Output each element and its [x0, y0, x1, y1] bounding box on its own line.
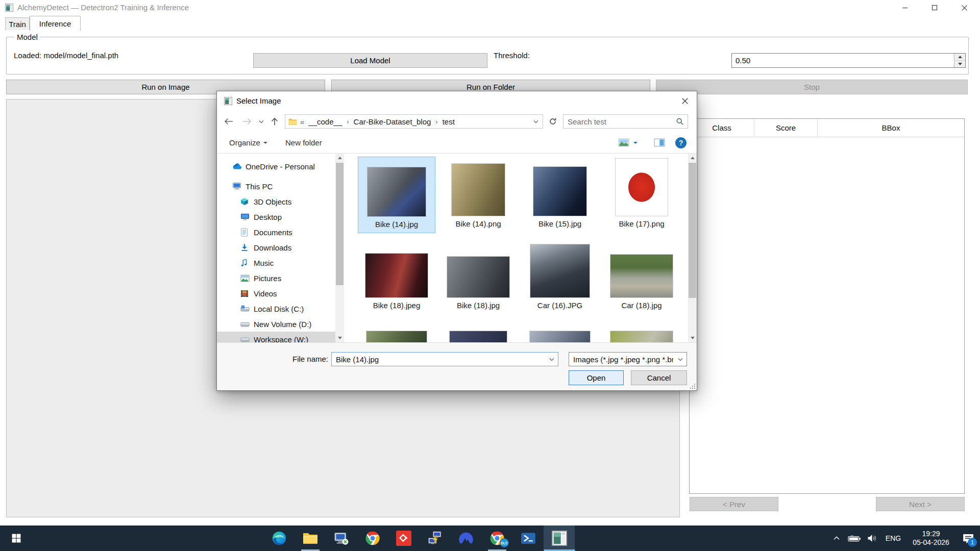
volume-icon[interactable] — [864, 525, 881, 551]
sidebar-item-downloads[interactable]: Downloads — [217, 240, 335, 255]
taskbar-red-app-icon[interactable] — [388, 525, 419, 551]
sidebar-item-onedrive-personal[interactable]: OneDrive - Personal — [217, 159, 335, 174]
up-arrow-icon[interactable] — [267, 111, 282, 132]
taskbar-remote-desktop-icon[interactable] — [326, 525, 357, 551]
column-header-score[interactable]: Score — [754, 119, 818, 137]
file-thumbnail-partial[interactable] — [366, 331, 427, 342]
file-item[interactable]: Bike (14).png — [439, 157, 517, 233]
help-icon[interactable]: ? — [675, 137, 687, 148]
taskbar-winscp-icon[interactable] — [419, 525, 450, 551]
close-button[interactable] — [949, 0, 979, 15]
sidebar-item-pictures[interactable]: Pictures — [217, 270, 335, 286]
scroll-up-icon[interactable] — [335, 154, 344, 162]
search-icon[interactable] — [676, 117, 684, 126]
forward-arrow-icon[interactable] — [239, 111, 255, 132]
cancel-button[interactable]: Cancel — [631, 370, 687, 385]
search-input[interactable]: Search test — [563, 114, 688, 129]
file-thumbnail[interactable] — [533, 167, 586, 216]
tray-chevron-up-icon[interactable] — [828, 525, 845, 551]
file-item[interactable]: Car (16).JPG — [521, 251, 599, 315]
taskbar-file-explorer-icon[interactable] — [295, 525, 326, 551]
file-thumbnail[interactable] — [368, 167, 426, 216]
file-thumbnail[interactable] — [447, 257, 509, 297]
taskbar-chrome-icon[interactable] — [357, 525, 388, 551]
file-item[interactable]: Bike (18).jpg — [439, 251, 517, 315]
file-item[interactable]: Car (18).jpg — [603, 251, 680, 315]
sidebar-item-desktop[interactable]: Desktop — [217, 209, 335, 224]
start-button[interactable] — [0, 525, 33, 551]
tab-train[interactable]: Train — [5, 17, 30, 30]
sidebar-item-new-volume-d[interactable]: New Volume (D:) — [217, 316, 335, 332]
next-button[interactable]: Next > — [876, 497, 965, 511]
breadcrumb-overflow[interactable]: « — [297, 117, 308, 126]
threshold-spinbox[interactable]: 0.50 — [731, 53, 966, 68]
sidebar-item-3d-objects[interactable]: 3D Objects — [217, 194, 335, 209]
resize-grip[interactable] — [690, 384, 695, 389]
scroll-up-icon[interactable] — [688, 154, 697, 162]
tab-inference[interactable]: Inference — [30, 16, 81, 31]
chevron-down-icon[interactable] — [549, 358, 554, 361]
new-folder-button[interactable]: New folder — [285, 132, 322, 153]
load-model-button[interactable]: Load Model — [253, 53, 487, 68]
breadcrumb-segment[interactable]: Car-Bike-Dataset_blog — [354, 117, 431, 126]
file-thumbnail[interactable] — [616, 159, 668, 216]
prev-button[interactable]: < Prev — [690, 497, 778, 511]
file-thumbnail[interactable] — [530, 244, 590, 297]
taskbar-nordvpn-icon[interactable] — [450, 525, 481, 551]
views-dropdown-icon[interactable] — [633, 142, 638, 144]
action-center-icon[interactable]: 1 — [957, 525, 980, 551]
scroll-down-icon[interactable] — [335, 334, 344, 342]
scroll-down-icon[interactable] — [688, 334, 697, 342]
spin-up-button[interactable] — [954, 54, 965, 61]
scrollbar-thumb[interactable] — [336, 163, 344, 285]
file-thumbnail-partial[interactable] — [530, 331, 590, 342]
language-indicator[interactable]: ENG — [881, 525, 905, 551]
sidebar-item-music[interactable]: Music — [217, 255, 335, 270]
file-name-input[interactable]: Bike (14).jpg — [331, 352, 558, 366]
sidebar-item-this-pc[interactable]: This PC — [217, 179, 335, 194]
sidebar-item-documents[interactable]: Documents — [217, 224, 335, 240]
file-item[interactable]: Bike (18).jpeg — [358, 251, 435, 315]
organize-menu[interactable]: Organize — [229, 132, 267, 153]
file-type-select[interactable]: Images (*.jpg *.jpeg *.png *.bmp — [569, 352, 687, 366]
maximize-button[interactable] — [920, 0, 949, 15]
column-header-class[interactable]: Class — [690, 119, 754, 137]
address-breadcrumb[interactable]: « __code__›Car-Bike-Dataset_blog›test — [285, 114, 543, 129]
chevron-down-icon[interactable] — [678, 358, 683, 361]
open-button[interactable]: Open — [569, 370, 624, 385]
taskbar-alchemydetect-icon[interactable] — [544, 525, 575, 551]
file-item[interactable]: Bike (14).jpg — [358, 157, 435, 233]
preview-pane-icon[interactable] — [654, 138, 665, 147]
dialog-close-button[interactable] — [673, 91, 697, 111]
file-thumbnail-partial[interactable] — [450, 331, 507, 342]
back-arrow-icon[interactable] — [221, 111, 236, 132]
minimize-button[interactable] — [890, 0, 920, 15]
taskbar-chrome-profile-icon[interactable]: DLC — [481, 525, 512, 551]
breadcrumb-segment[interactable]: __code__ — [308, 117, 342, 126]
taskbar-edge-icon[interactable] — [263, 525, 295, 551]
file-thumbnail[interactable] — [365, 254, 428, 297]
file-thumbnail[interactable] — [610, 255, 673, 297]
scrollbar-thumb[interactable] — [689, 163, 696, 298]
sidebar-item-workspace-w[interactable]: Workspace (W:) — [217, 332, 335, 342]
sidebar-item-local-disk-c[interactable]: Local Disk (C:) — [217, 301, 335, 316]
history-chevron-icon[interactable] — [257, 111, 266, 132]
stop-button[interactable]: Stop — [656, 80, 968, 94]
dialog-titlebar[interactable]: Select Image — [217, 91, 697, 111]
file-item[interactable]: Bike (17).png — [603, 157, 680, 233]
file-list-scrollbar[interactable] — [688, 154, 697, 342]
address-dropdown-icon[interactable] — [533, 120, 538, 123]
file-thumbnail[interactable] — [452, 164, 505, 216]
refresh-icon[interactable] — [546, 114, 560, 129]
spin-down-button[interactable] — [954, 61, 965, 67]
sidebar-scrollbar[interactable] — [335, 154, 344, 342]
views-button[interactable] — [618, 132, 638, 153]
clock[interactable]: 19:29 05-04-2026 — [905, 525, 957, 551]
file-item[interactable]: Bike (15).jpg — [521, 157, 599, 233]
battery-icon[interactable] — [845, 525, 864, 551]
breadcrumb-segment[interactable]: test — [443, 117, 455, 126]
sidebar-item-videos[interactable]: Videos — [217, 286, 335, 301]
file-thumbnail-partial[interactable] — [610, 331, 673, 342]
taskbar-powershell-icon[interactable] — [512, 525, 544, 551]
column-header-bbox[interactable]: BBox — [818, 119, 964, 137]
